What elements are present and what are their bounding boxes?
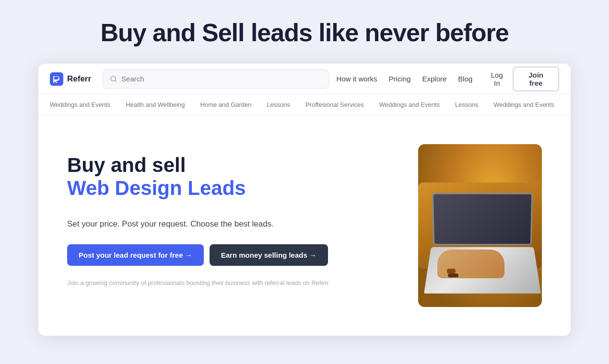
nav-link-explore[interactable]: Explore [422, 75, 446, 83]
category-item-home[interactable]: Home and Garden [193, 94, 259, 115]
earn-money-button[interactable]: Earn money selling leads → [210, 244, 328, 266]
laptop-screen [432, 193, 533, 246]
logo-text: Referr [67, 74, 91, 84]
svg-rect-0 [50, 72, 63, 86]
category-item-lessons-2[interactable]: Lessons [447, 94, 486, 115]
category-item-weddings-2[interactable]: Weddings and Events [372, 94, 447, 115]
bracelet-2 [448, 273, 458, 277]
hero-subtitle: Set your price. Post your request. Choos… [67, 219, 399, 229]
nav-actions: Log In Join free [488, 67, 559, 91]
search-input[interactable] [121, 75, 321, 83]
search-icon [110, 75, 117, 83]
nav-link-blog[interactable]: Blog [458, 75, 472, 83]
hero-note: Join a growing community of professional… [67, 279, 399, 286]
hero-title-line1: Buy and sell [67, 154, 399, 177]
nav-links: How it works Pricing Explore Blog [337, 75, 473, 83]
search-bar[interactable] [103, 69, 328, 89]
page-wrapper: Buy and Sell leads like never before Ref… [0, 0, 609, 364]
nav-link-pricing[interactable]: Pricing [389, 75, 411, 83]
logo-area: Referr [50, 72, 91, 86]
hero-content: Buy and sell Web Design Leads Set your p… [67, 144, 399, 286]
hero-buttons: Post your lead request for free → Earn m… [67, 244, 399, 266]
category-item-lessons-1[interactable]: Lessons [259, 94, 298, 115]
hero-section: Buy and sell Web Design Leads Set your p… [38, 115, 571, 336]
navbar: Referr How it works Pricing Explore Blog… [38, 64, 571, 94]
hero-image [418, 144, 542, 307]
bracelet-1 [447, 269, 456, 273]
logo-icon [50, 72, 63, 86]
join-button[interactable]: Join free [513, 67, 559, 91]
browser-card: Referr How it works Pricing Explore Blog… [38, 64, 571, 336]
hero-title-line2: Web Design Leads [67, 177, 399, 200]
post-lead-button[interactable]: Post your lead request for free → [67, 244, 204, 266]
category-bar: Weddings and Events Health and Wellbeing… [38, 94, 571, 115]
hero-image-inner [418, 144, 542, 307]
category-item-health[interactable]: Health and Wellbeing [118, 94, 192, 115]
category-item-weddings-3[interactable]: Weddings and Events [486, 94, 562, 115]
category-item-professional[interactable]: Proffesional Services [298, 94, 372, 115]
nav-link-how-it-works[interactable]: How it works [337, 75, 377, 83]
category-item-weddings-1[interactable]: Weddings and Events [50, 94, 118, 115]
hand-shape [437, 250, 504, 278]
login-button[interactable]: Log In [488, 71, 506, 87]
page-headline: Buy and Sell leads like never before [100, 19, 508, 46]
